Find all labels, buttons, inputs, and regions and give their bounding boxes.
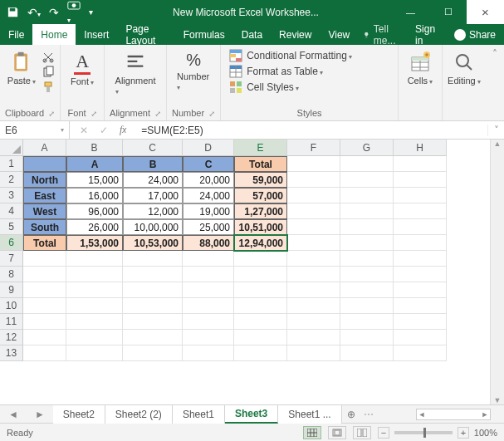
cell[interactable]: C bbox=[183, 156, 234, 172]
zoom-out-icon[interactable]: − bbox=[378, 427, 389, 439]
alignment-button[interactable]: Alignment bbox=[119, 47, 152, 96]
tab-insert[interactable]: Insert bbox=[76, 24, 117, 45]
cell[interactable] bbox=[66, 314, 123, 330]
cell[interactable] bbox=[287, 345, 340, 361]
zoom-in-icon[interactable]: + bbox=[458, 427, 469, 439]
cell[interactable]: Total bbox=[234, 156, 287, 172]
undo-icon[interactable]: ↶▾ bbox=[27, 6, 41, 19]
cell[interactable] bbox=[394, 188, 447, 203]
name-box[interactable]: E6 bbox=[0, 121, 70, 140]
cell[interactable]: 12,94,000 bbox=[234, 235, 287, 251]
cell[interactable] bbox=[23, 267, 66, 282]
cell[interactable] bbox=[234, 345, 287, 361]
cell[interactable] bbox=[123, 298, 183, 314]
cell[interactable]: Total bbox=[23, 235, 66, 251]
cell[interactable] bbox=[287, 188, 340, 203]
cell[interactable]: 25,000 bbox=[183, 219, 234, 235]
cell[interactable] bbox=[394, 219, 447, 235]
row-header[interactable]: 2 bbox=[0, 172, 23, 188]
formula-input[interactable]: =SUM(E2:E5) bbox=[136, 125, 487, 136]
cell[interactable]: 16,000 bbox=[66, 188, 123, 203]
cell[interactable]: 10,00,000 bbox=[123, 219, 183, 235]
number-launcher-icon[interactable] bbox=[207, 108, 215, 118]
column-header[interactable]: E bbox=[234, 140, 287, 156]
cell[interactable] bbox=[23, 282, 66, 298]
cell[interactable]: 10,51,000 bbox=[234, 219, 287, 235]
cell[interactable] bbox=[234, 314, 287, 330]
cell[interactable] bbox=[123, 251, 183, 267]
format-painter-icon[interactable] bbox=[42, 81, 55, 94]
zoom-level[interactable]: 100% bbox=[474, 428, 497, 438]
cell[interactable] bbox=[23, 314, 66, 330]
tab-file[interactable]: File bbox=[0, 24, 32, 45]
cell[interactable] bbox=[23, 156, 66, 172]
row-header[interactable]: 8 bbox=[0, 267, 23, 282]
cell[interactable] bbox=[340, 345, 394, 361]
cell[interactable] bbox=[234, 330, 287, 345]
cell[interactable] bbox=[66, 267, 123, 282]
cell[interactable]: A bbox=[66, 156, 123, 172]
cell[interactable] bbox=[340, 267, 394, 282]
font-button[interactable]: A Font bbox=[66, 47, 99, 86]
column-header[interactable]: B bbox=[66, 140, 123, 156]
cell[interactable] bbox=[23, 345, 66, 361]
qat-customize-icon[interactable]: ▾ bbox=[89, 7, 93, 17]
cell[interactable] bbox=[340, 251, 394, 267]
cell[interactable]: 57,000 bbox=[234, 188, 287, 203]
row-header[interactable]: 7 bbox=[0, 251, 23, 267]
cell[interactable]: B bbox=[123, 156, 183, 172]
cell[interactable] bbox=[287, 251, 340, 267]
column-header[interactable]: G bbox=[340, 140, 394, 156]
sheet-tab[interactable]: Sheet2 bbox=[53, 405, 105, 424]
cell[interactable]: 20,000 bbox=[183, 172, 234, 188]
normal-view-button[interactable] bbox=[303, 426, 321, 439]
cell[interactable] bbox=[123, 330, 183, 345]
cell[interactable]: 1,53,000 bbox=[66, 235, 123, 251]
minimize-button[interactable]: — bbox=[392, 0, 429, 24]
tab-formulas[interactable]: Formulas bbox=[175, 24, 233, 45]
cell[interactable] bbox=[234, 282, 287, 298]
tell-me-search[interactable]: Tell me... bbox=[358, 24, 407, 45]
cell[interactable] bbox=[394, 235, 447, 251]
row-header[interactable]: 6 bbox=[0, 235, 23, 251]
cell[interactable] bbox=[287, 298, 340, 314]
select-all-corner[interactable] bbox=[0, 140, 23, 156]
expand-formula-bar-icon[interactable]: ˅ bbox=[487, 125, 504, 136]
cell[interactable] bbox=[123, 267, 183, 282]
cell[interactable]: 17,000 bbox=[123, 188, 183, 203]
tab-page-layout[interactable]: Page Layout bbox=[117, 24, 174, 45]
new-sheet-button[interactable]: ⊕ bbox=[342, 409, 360, 420]
tab-data[interactable]: Data bbox=[233, 24, 271, 45]
editing-button[interactable]: Editing bbox=[448, 47, 481, 86]
cell[interactable] bbox=[66, 345, 123, 361]
touch-mode-icon[interactable]: ▾ bbox=[67, 0, 81, 25]
row-header[interactable]: 4 bbox=[0, 203, 23, 219]
cell[interactable] bbox=[394, 282, 447, 298]
row-header[interactable]: 9 bbox=[0, 282, 23, 298]
redo-icon[interactable]: ↷ bbox=[49, 6, 59, 19]
cell[interactable]: 88,000 bbox=[183, 235, 234, 251]
cell[interactable] bbox=[340, 156, 394, 172]
cell[interactable]: 26,000 bbox=[66, 219, 123, 235]
column-header[interactable]: H bbox=[394, 140, 447, 156]
save-icon[interactable] bbox=[7, 6, 19, 18]
cut-icon[interactable] bbox=[42, 51, 55, 64]
cell[interactable] bbox=[123, 282, 183, 298]
cell[interactable] bbox=[66, 282, 123, 298]
page-break-view-button[interactable] bbox=[353, 426, 371, 439]
cell[interactable] bbox=[394, 251, 447, 267]
cell[interactable] bbox=[287, 267, 340, 282]
page-layout-view-button[interactable] bbox=[328, 426, 346, 439]
cell[interactable] bbox=[287, 156, 340, 172]
cell[interactable] bbox=[183, 251, 234, 267]
tab-home[interactable]: Home bbox=[32, 24, 76, 45]
row-header[interactable]: 3 bbox=[0, 188, 23, 203]
cell[interactable] bbox=[183, 314, 234, 330]
cell[interactable] bbox=[394, 203, 447, 219]
horizontal-scrollbar[interactable]: ◄► bbox=[416, 409, 491, 420]
cell[interactable] bbox=[287, 330, 340, 345]
sheet-tab[interactable]: Sheet2 (2) bbox=[105, 405, 173, 424]
sheet-tab[interactable]: Sheet1 bbox=[173, 405, 225, 424]
cell[interactable]: 1,27,000 bbox=[234, 203, 287, 219]
cell[interactable] bbox=[66, 298, 123, 314]
